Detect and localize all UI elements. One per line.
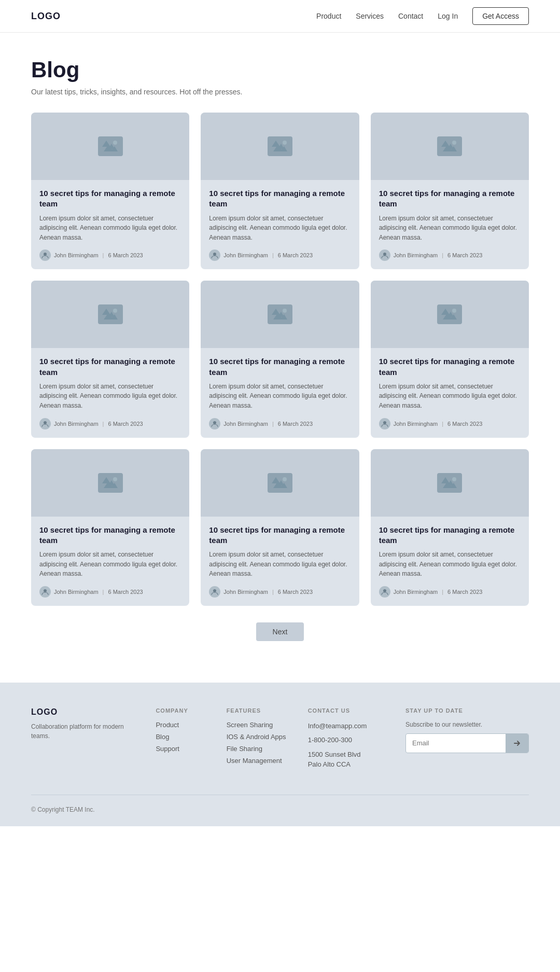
author-name: John Birmingham <box>54 252 99 258</box>
blog-card[interactable]: 10 secret tips for managing a remote tea… <box>31 281 189 437</box>
svg-rect-8 <box>440 138 459 155</box>
next-button[interactable]: Next <box>256 622 304 641</box>
card-title: 10 secret tips for managing a remote tea… <box>39 188 181 210</box>
card-meta: John Birmingham | 6 March 2023 <box>209 249 351 261</box>
card-image <box>201 113 359 180</box>
nav-link-login[interactable]: Log In <box>438 12 458 20</box>
nav-link-product[interactable]: Product <box>316 12 341 20</box>
blog-card[interactable]: 10 secret tips for managing a remote tea… <box>31 113 189 269</box>
author-name: John Birmingham <box>54 589 99 595</box>
svg-point-35 <box>383 589 386 592</box>
footer-link-mobile[interactable]: IOS & Android Apps <box>227 733 291 741</box>
svg-rect-12 <box>101 306 120 323</box>
card-excerpt: Lorem ipsum dolor sit amet, consectetuer… <box>209 382 351 411</box>
card-meta: John Birmingham | 6 March 2023 <box>209 418 351 429</box>
author-avatar-icon <box>209 586 220 598</box>
card-image <box>371 113 529 180</box>
image-placeholder-icon <box>268 473 292 493</box>
image-placeholder-icon <box>268 136 292 156</box>
author-avatar-icon <box>209 418 220 429</box>
svg-point-26 <box>113 477 117 481</box>
blog-card[interactable]: 10 secret tips for managing a remote tea… <box>371 113 529 269</box>
page-subtitle: Our latest tips, tricks, insights, and r… <box>31 88 529 96</box>
author-name: John Birmingham <box>394 589 438 595</box>
publish-date: 6 March 2023 <box>447 421 482 427</box>
nav-link-services[interactable]: Services <box>356 12 384 20</box>
meta-separator: | <box>103 589 104 595</box>
card-image <box>371 281 529 348</box>
svg-point-2 <box>113 141 117 145</box>
meta-separator: | <box>272 421 274 427</box>
card-body: 10 secret tips for managing a remote tea… <box>31 348 189 437</box>
person-icon <box>381 252 388 259</box>
card-meta: John Birmingham | 6 March 2023 <box>39 586 181 598</box>
svg-point-7 <box>213 253 216 256</box>
card-title: 10 secret tips for managing a remote tea… <box>379 188 521 210</box>
mountain-image-icon <box>440 138 459 155</box>
card-body: 10 secret tips for managing a remote tea… <box>201 348 359 437</box>
person-icon <box>381 588 388 595</box>
card-image <box>371 449 529 517</box>
footer-link-usermgmt[interactable]: User Management <box>227 757 291 765</box>
card-body: 10 secret tips for managing a remote tea… <box>371 180 529 269</box>
svg-point-31 <box>213 589 216 592</box>
card-image <box>31 113 189 180</box>
author-avatar-icon <box>379 418 390 429</box>
image-placeholder-icon <box>437 304 462 324</box>
card-excerpt: Lorem ipsum dolor sit amet, consectetuer… <box>209 550 351 579</box>
footer-email: Info@teamapp.com <box>308 721 389 731</box>
card-meta: John Birmingham | 6 March 2023 <box>379 586 521 598</box>
arrow-right-icon <box>513 739 521 747</box>
meta-separator: | <box>442 252 443 258</box>
blog-card[interactable]: 10 secret tips for managing a remote tea… <box>31 449 189 606</box>
card-image <box>31 449 189 517</box>
nav-link-contact[interactable]: Contact <box>398 12 423 20</box>
blog-card[interactable]: 10 secret tips for managing a remote tea… <box>201 449 359 606</box>
blog-card[interactable]: 10 secret tips for managing a remote tea… <box>201 113 359 269</box>
footer-contact-title: CONTACT US <box>308 707 389 714</box>
card-title: 10 secret tips for managing a remote tea… <box>209 525 351 546</box>
footer-newsletter-title: STAY UP TO DATE <box>405 707 529 714</box>
blog-card[interactable]: 10 secret tips for managing a remote tea… <box>371 281 529 437</box>
footer-link-blog[interactable]: Blog <box>156 733 209 741</box>
get-access-button[interactable]: Get Access <box>472 7 529 25</box>
card-excerpt: Lorem ipsum dolor sit amet, consectetuer… <box>39 550 181 579</box>
svg-rect-16 <box>270 306 290 323</box>
meta-separator: | <box>442 421 443 427</box>
newsletter-email-input[interactable] <box>406 734 506 752</box>
author-avatar-icon <box>39 249 51 261</box>
card-image <box>201 449 359 517</box>
mountain-image-icon <box>270 306 290 323</box>
card-body: 10 secret tips for managing a remote tea… <box>371 517 529 606</box>
person-icon <box>41 588 49 595</box>
svg-point-19 <box>213 421 216 424</box>
card-meta: John Birmingham | 6 March 2023 <box>39 418 181 429</box>
newsletter-form <box>405 733 529 753</box>
svg-rect-0 <box>101 138 120 155</box>
meta-separator: | <box>103 252 104 258</box>
footer-link-support[interactable]: Support <box>156 745 209 753</box>
svg-point-6 <box>283 141 287 145</box>
blog-card[interactable]: 10 secret tips for managing a remote tea… <box>201 281 359 437</box>
footer-contact: CONTACT US Info@teamapp.com 1-800-200-30… <box>308 707 389 774</box>
image-placeholder-icon <box>437 473 462 493</box>
blog-grid: 10 secret tips for managing a remote tea… <box>31 113 529 606</box>
newsletter-submit-button[interactable] <box>506 734 528 753</box>
page-title: Blog <box>31 58 529 82</box>
card-body: 10 secret tips for managing a remote tea… <box>201 517 359 606</box>
footer-link-filesharing[interactable]: File Sharing <box>227 745 291 753</box>
mountain-image-icon <box>440 306 459 323</box>
mountain-image-icon <box>101 138 120 155</box>
blog-card[interactable]: 10 secret tips for managing a remote tea… <box>371 449 529 606</box>
person-icon <box>41 252 49 259</box>
blog-hero: Blog Our latest tips, tricks, insights, … <box>0 33 560 113</box>
person-icon <box>211 588 218 595</box>
footer-logo: LOGO <box>31 707 139 717</box>
pagination: Next <box>31 622 529 641</box>
nav-logo: LOGO <box>31 11 61 22</box>
svg-point-23 <box>383 421 386 424</box>
main-content: 10 secret tips for managing a remote tea… <box>0 113 560 683</box>
footer-link-product[interactable]: Product <box>156 721 209 729</box>
meta-separator: | <box>442 589 443 595</box>
footer-link-screensharing[interactable]: Screen Sharing <box>227 721 291 729</box>
